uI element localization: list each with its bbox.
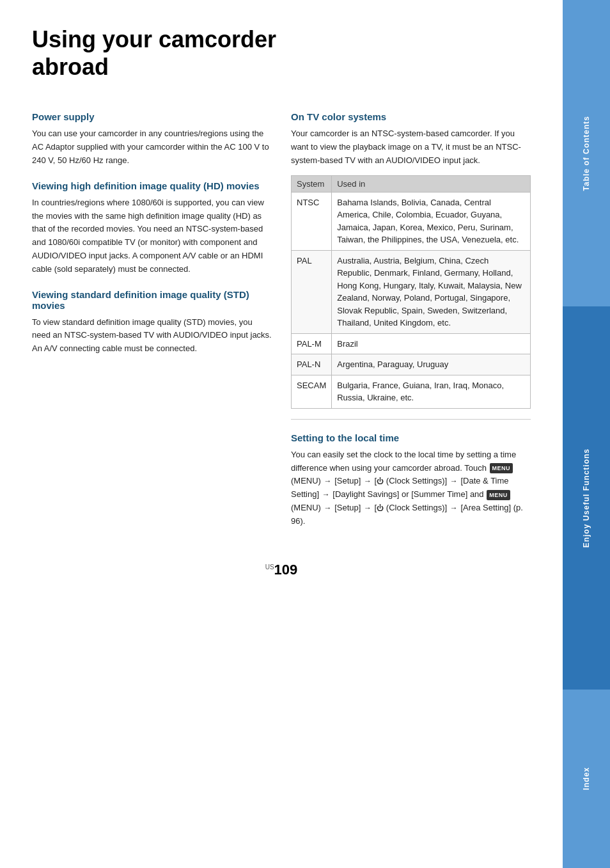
menu-badge-2: MENU [487,490,510,500]
left-column: Power supply You can use your camcorder … [32,99,272,535]
title-line2: abroad [32,54,109,80]
page-number: US109 [32,562,531,578]
arrow-6: → [364,503,371,512]
two-column-layout: Power supply You can use your camcorder … [32,99,531,535]
table-row: SECAMBulgaria, France, Guiana, Iran, Ira… [292,375,531,408]
table-cell-used-in: Brazil [332,333,531,354]
tv-color-intro: Your camcorder is an NTSC-system-based c… [291,127,531,167]
table-row: NTSCBahama Islands, Bolivia, Canada, Cen… [292,192,531,250]
divider [291,419,531,420]
sidebar-enjoy-label: Enjoy Useful Functions [582,442,591,554]
table-row: PAL-MBrazil [292,333,531,354]
table-cell-system: PAL [292,250,332,333]
sidebar-toc-label: Table of Contents [582,109,591,197]
right-column: On TV color systems Your camcorder is an… [291,99,531,535]
table-cell-used-in: Bulgaria, France, Guiana, Iran, Iraq, Mo… [332,375,531,408]
sidebar: Table of Contents Enjoy Useful Functions… [563,0,610,868]
std-movies-body: To view standard definition image qualit… [32,316,272,356]
arrow-5: → [324,503,332,512]
tv-color-section: On TV color systems Your camcorder is an… [291,111,531,167]
local-time-heading: Setting to the local time [291,432,531,443]
table-header-used-in: Used in [332,175,531,192]
local-time-section: Setting to the local time You can easily… [291,432,531,528]
table-cell-used-in: Bahama Islands, Bolivia, Canada, Central… [332,192,531,250]
tv-color-heading: On TV color systems [291,111,531,122]
arrow-1: → [324,477,332,485]
power-supply-body: You can use your camcorder in any countr… [32,127,272,167]
menu-badge-1: MENU [490,463,513,473]
sidebar-index-label: Index [582,761,591,796]
main-content: Using your camcorder abroad Power supply… [0,0,563,868]
table-row: PAL-NArgentina, Paraguay, Uruguay [292,354,531,375]
table-header-system: System [292,175,332,192]
sidebar-enjoy: Enjoy Useful Functions [563,306,610,690]
arrow-7: → [450,503,458,512]
power-supply-heading: Power supply [32,111,272,122]
power-supply-section: Power supply You can use your camcorder … [32,111,272,167]
sidebar-index: Index [563,690,610,868]
page-container: Using your camcorder abroad Power supply… [0,0,610,868]
table-header-row: System Used in [292,175,531,192]
page-footer: US109 [32,562,531,578]
title-line1: Using your camcorder [32,26,276,52]
hd-movies-section: Viewing high definition image quality (H… [32,180,272,276]
std-movies-heading: Viewing standard definition image qualit… [32,289,272,311]
page-title: Using your camcorder abroad [32,26,531,81]
hd-movies-heading: Viewing high definition image quality (H… [32,180,272,191]
tv-systems-table: System Used in NTSCBahama Islands, Boliv… [291,175,531,409]
table-cell-system: PAL-N [292,354,332,375]
local-time-body: You can easily set the clock to the loca… [291,448,531,528]
table-cell-system: SECAM [292,375,332,408]
std-movies-section: Viewing standard definition image qualit… [32,289,272,356]
table-row: PALAustralia, Austria, Belgium, China, C… [292,250,531,333]
page-label: US [265,563,274,570]
table-cell-used-in: Australia, Austria, Belgium, China, Czec… [332,250,531,333]
sidebar-toc: Table of Contents [563,0,610,306]
arrow-3: → [450,477,458,485]
page-number-value: 109 [274,562,298,578]
table-cell-used-in: Argentina, Paraguay, Uruguay [332,354,531,375]
arrow-4: → [322,490,330,499]
arrow-2: → [364,477,371,485]
table-cell-system: PAL-M [292,333,332,354]
table-cell-system: NTSC [292,192,332,250]
hd-movies-body: In countries/regions where 1080/60i is s… [32,196,272,276]
